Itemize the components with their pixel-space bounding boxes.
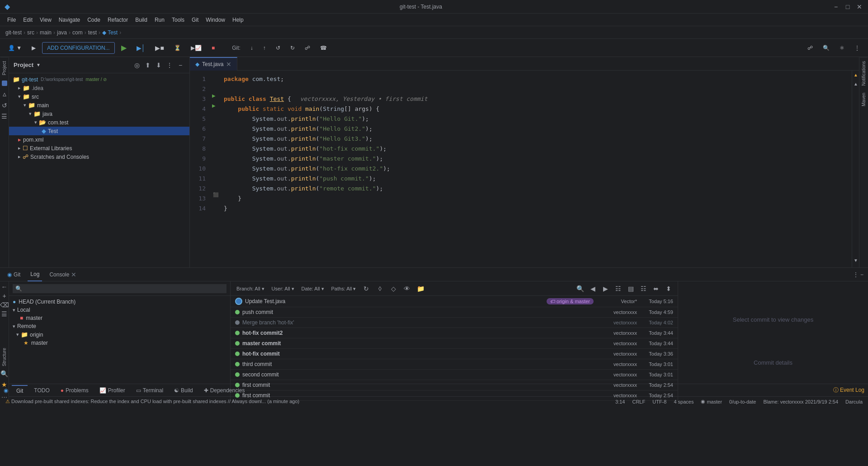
bbar-todo[interactable]: TODO (29, 385, 54, 396)
git-unstash-btn[interactable]: ☎ (316, 42, 330, 54)
pull-requests-icon[interactable]: ↺ (0, 100, 9, 111)
breadcrumb-com[interactable]: com (72, 29, 83, 36)
branch-local-label[interactable]: ▾ Local (9, 306, 230, 314)
git-side-search[interactable]: 🔍 (0, 370, 8, 377)
git-push-btn[interactable]: ↑ (259, 42, 269, 54)
git-highlight-btn[interactable]: ◇ (388, 283, 399, 294)
indent-setting[interactable]: 4 spaces (674, 399, 693, 404)
breadcrumb-main[interactable]: main (40, 29, 52, 36)
menu-run[interactable]: Run (151, 14, 168, 25)
expand-all-btn[interactable]: ⬆ (143, 61, 152, 70)
stop-button[interactable]: ■ (208, 42, 218, 54)
scrollbar-area[interactable]: ▲ ▼ ▲ (852, 71, 859, 267)
breadcrumb-src[interactable]: src (27, 29, 34, 36)
git-eye-btn[interactable]: 👁 (401, 283, 412, 294)
menu-refactor[interactable]: Refactor (104, 14, 132, 25)
locate-file-btn[interactable]: ◎ (132, 61, 142, 70)
menu-git[interactable]: Git (188, 14, 202, 25)
git-stash-btn[interactable]: ☍ (301, 42, 314, 54)
commit-row-4[interactable]: master commit vectorxxxx Today 3:44 (231, 338, 678, 349)
add-configuration-button[interactable]: ADD CONFIGURATION... (42, 42, 114, 54)
branch-filter[interactable]: Branch: All ▾ (234, 285, 267, 293)
git-branch-status[interactable]: ◉ master (701, 399, 722, 404)
commit-row-1[interactable]: push commit vectorxxxx Today 4:59 (231, 307, 678, 318)
tree-test-java[interactable]: ◆ Test (9, 127, 189, 135)
branch-master-local[interactable]: ■ master (9, 314, 230, 322)
close-panel-btn[interactable]: − (176, 61, 185, 70)
tree-root[interactable]: 📁 git-test D:\workspace\git-test master … (9, 75, 189, 84)
maven-panel-icon[interactable]: Maven (860, 89, 868, 110)
commit-row-7[interactable]: second commit vectorxxxx Today 3:01 (231, 370, 678, 380)
tab-close-btn[interactable]: ✕ (226, 61, 231, 68)
tree-java[interactable]: ▾ 📁 java (9, 109, 189, 118)
commit-row-6[interactable]: third commit vectorxxxx Today 3:01 (231, 359, 678, 370)
run-coverage-button[interactable]: ▶■ (151, 42, 167, 54)
menu-view[interactable]: View (36, 14, 55, 25)
bottom-tab-log[interactable]: Log (28, 268, 42, 281)
cursor-position[interactable]: 3:14 (615, 399, 625, 404)
git-folder-btn[interactable]: 📁 (415, 283, 426, 294)
close-button[interactable]: ✕ (855, 3, 863, 11)
bbar-dependencies[interactable]: ✚ Dependencies (199, 385, 250, 396)
bottom-tab-git[interactable]: ◉ Git (5, 268, 23, 281)
run-line-4[interactable]: ▶ (210, 100, 217, 110)
commit-icon[interactable] (2, 81, 7, 86)
console-tab-close[interactable]: ✕ (71, 271, 76, 278)
git-search-btn[interactable]: 🔍 (575, 283, 585, 294)
tree-pom-xml[interactable]: ▸ pom.xml (9, 135, 189, 144)
git-columns-btn[interactable]: ☷ (638, 283, 649, 294)
git-next-btn[interactable]: ▶ (600, 283, 611, 294)
tree-external-libs[interactable]: ▸ ☐ External Libraries (9, 144, 189, 152)
commit-row-8[interactable]: first commit vectorxxxx Today 2:54 (231, 380, 678, 390)
git-side-back[interactable]: ← (1, 283, 8, 290)
git-refresh-btn[interactable]: ↻ (361, 283, 372, 294)
code-editor[interactable]: package com.test; public class Test {vec… (219, 71, 852, 267)
branch-remote-label[interactable]: ▾ Remote (9, 322, 230, 330)
git-collapse-btn[interactable]: ⬍ (663, 283, 674, 294)
tree-com-test[interactable]: ▾ 📂 com.test (9, 118, 189, 127)
settings-btn[interactable]: ⚛ (836, 42, 848, 54)
bbar-profiler[interactable]: 📈 Profiler (95, 385, 130, 396)
git-icon[interactable]: ▵ (1, 88, 8, 100)
run-with-profiler-button[interactable]: ▶📈 (187, 42, 205, 54)
menu-window[interactable]: Window (202, 14, 229, 25)
collapse-all-btn[interactable]: ⬇ (154, 61, 163, 70)
run-button[interactable]: ▶ (118, 42, 130, 54)
git-side-plus[interactable]: + (2, 292, 6, 300)
tree-main[interactable]: ▾ 📁 main (9, 101, 189, 109)
git-revert-btn[interactable]: ↻ (287, 42, 298, 54)
git-side-settings[interactable]: ☰ (1, 310, 7, 318)
plugin-theme[interactable]: Darcula (845, 399, 863, 404)
branch-origin-master[interactable]: ★ master (9, 339, 230, 347)
tree-scratches[interactable]: ▸ ☍ Scratches and Consoles (9, 152, 189, 161)
blame-info[interactable]: Blame: vectorxxxx 2021/9/19 2:54 (763, 399, 838, 404)
maximize-button[interactable]: □ (844, 3, 852, 11)
user-icon-btn[interactable]: 👤 ▼ (5, 42, 25, 54)
git-update-btn[interactable]: ↺ (272, 42, 284, 54)
project-dropdown-icon[interactable]: ▼ (36, 62, 41, 67)
commit-row-5[interactable]: hot-fix commit vectorxxxx Today 3:36 (231, 349, 678, 359)
git-filter2-btn[interactable]: ▤ (625, 283, 636, 294)
date-filter[interactable]: Date: All ▾ (299, 285, 326, 293)
menu-edit[interactable]: Edit (19, 14, 36, 25)
menu-build[interactable]: Build (132, 14, 151, 25)
bbar-build[interactable]: ☯ Build (170, 385, 198, 396)
git-expand-btn[interactable]: ⬌ (651, 283, 661, 294)
debug-button[interactable]: ▶│ (133, 42, 149, 54)
tab-test-java[interactable]: ◆ Test.java ✕ (190, 57, 237, 71)
event-log-btn[interactable]: ⓘ Event Log (833, 386, 864, 394)
breadcrumb-git-test[interactable]: git-test (5, 29, 22, 36)
bbar-terminal[interactable]: ▭ Terminal (132, 385, 168, 396)
minimize-button[interactable]: − (832, 3, 840, 11)
git-cherry-pick-btn[interactable]: ◊ (374, 283, 385, 294)
git-prev-btn[interactable]: ◀ (587, 283, 598, 294)
vcs-update-btn[interactable]: ▶ (28, 42, 39, 54)
tree-src[interactable]: ▾ 📁 src (9, 92, 189, 101)
paths-filter[interactable]: Paths: All ▾ (329, 285, 359, 293)
structure-icon[interactable]: ☰ (0, 111, 9, 122)
git-side-structure[interactable]: Structure (2, 348, 7, 366)
git-sync-status[interactable]: 0/up-to-date (729, 399, 756, 404)
git-side-trash[interactable]: ⌫ (0, 301, 9, 309)
menu-code[interactable]: Code (84, 14, 104, 25)
user-filter[interactable]: User: All ▾ (269, 285, 297, 293)
